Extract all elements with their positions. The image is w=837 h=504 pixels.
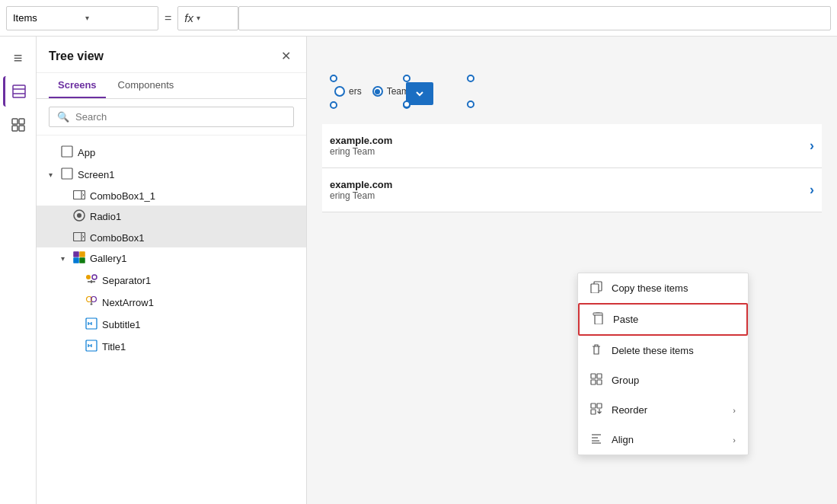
sidebar-icon-menu[interactable]: ≡: [3, 43, 34, 73]
context-menu-paste[interactable]: Paste: [578, 303, 748, 336]
svg-rect-37: [597, 404, 602, 408]
tree-item-screen1[interactable]: ▾ Screen1: [37, 164, 306, 186]
tree-item-separator1[interactable]: Separator1: [37, 270, 306, 292]
canvas-area: ers Teams: [307, 37, 837, 504]
top-bar: Items ▾ = fx ▾: [0, 0, 837, 37]
search-input[interactable]: [75, 111, 286, 123]
expand-icon-title1: [73, 343, 85, 351]
radio1-icon: [73, 209, 85, 224]
expand-icon-nextarrow1: [73, 298, 85, 307]
separator1-icon: [85, 273, 97, 288]
context-menu-copy[interactable]: Copy these items: [578, 273, 748, 303]
canvas-list-item-1: example.com ering Team ›: [322, 168, 822, 212]
context-menu-align-label: Align: [612, 434, 733, 445]
tree-search-area: 🔍: [37, 99, 306, 136]
items-dropdown[interactable]: Items ▾: [6, 6, 158, 30]
svg-rect-5: [12, 126, 18, 131]
svg-rect-8: [62, 168, 72, 179]
handle-tl: [330, 75, 337, 82]
reorder-icon: [590, 403, 604, 417]
svg-rect-17: [74, 258, 79, 263]
tree-item-nextarrow1-label: NextArrow1: [102, 297, 294, 308]
tree-item-radio1[interactable]: Radio1: [37, 206, 306, 228]
tree-item-separator1-label: Separator1: [102, 275, 294, 286]
context-menu-reorder[interactable]: Reorder ›: [578, 395, 748, 425]
context-menu-paste-label: Paste: [613, 314, 734, 325]
tree-item-nextarrow1[interactable]: NextArrow1: [37, 292, 306, 314]
canvas-list: example.com ering Team › example.com eri…: [322, 124, 822, 212]
tab-components[interactable]: Components: [109, 73, 184, 98]
tree-item-gallery1-label: Gallery1: [90, 253, 294, 264]
context-menu-copy-label: Copy these items: [612, 282, 736, 294]
handle-br: [403, 100, 411, 108]
paste-icon: [592, 312, 605, 327]
svg-rect-32: [591, 374, 596, 378]
context-menu-delete[interactable]: Delete these items: [578, 336, 748, 365]
tree-item-app[interactable]: App: [37, 142, 306, 164]
tree-tabs: Screens Components: [37, 73, 306, 99]
tree-item-combobox1[interactable]: ComboBox1: [37, 228, 306, 247]
tree-item-gallery1[interactable]: ▾ Gallery1: [37, 247, 306, 270]
fx-button[interactable]: fx ▾: [177, 6, 238, 30]
expand-icon-radio1: [61, 212, 73, 221]
align-arrow-icon: ›: [733, 435, 736, 445]
svg-rect-0: [13, 85, 25, 97]
sidebar-icon-layers[interactable]: [3, 76, 34, 107]
formula-bar[interactable]: [238, 6, 831, 30]
components-icon: [11, 117, 26, 132]
handle-ml: [330, 101, 337, 109]
expand-icon-gallery1: ▾: [61, 254, 73, 263]
expand-icon-combobox1: [61, 234, 73, 242]
copy-icon: [590, 281, 604, 295]
handle-tm: [467, 75, 474, 82]
svg-rect-29: [591, 284, 599, 293]
tree-close-button[interactable]: ✕: [278, 46, 294, 66]
tree-item-title1[interactable]: Title1: [37, 336, 306, 358]
context-menu-group[interactable]: Group: [578, 365, 748, 395]
svg-rect-36: [591, 404, 596, 408]
screen1-icon: [61, 167, 73, 182]
svg-rect-15: [74, 252, 79, 257]
radio-circle-teams-fill: [375, 89, 380, 94]
sidebar-icon-components[interactable]: [3, 110, 34, 140]
tree-item-combobox1-1[interactable]: ComboBox1_1: [37, 186, 306, 206]
items-dropdown-chevron: ▾: [85, 14, 152, 22]
canvas-list-item-1-sub: ering Team: [330, 190, 392, 201]
expand-icon-separator1: [73, 276, 85, 285]
canvas-list-item-0: example.com ering Team ›: [322, 124, 822, 168]
svg-rect-3: [12, 119, 18, 124]
expand-icon-subtitle1: [73, 321, 85, 329]
tree-content: App ▾ Screen1: [37, 136, 306, 504]
handle-tr: [403, 75, 411, 82]
canvas-list-item-1-chevron: ›: [810, 182, 814, 198]
app-icon: [61, 145, 73, 160]
context-menu-delete-label: Delete these items: [612, 345, 736, 356]
combobox1-1-icon: [73, 190, 85, 202]
tree-item-app-label: App: [78, 147, 294, 158]
tree-item-combobox1-1-label: ComboBox1_1: [90, 190, 294, 202]
canvas-content: ers Teams: [307, 37, 837, 504]
title1-icon: [85, 340, 97, 354]
canvas-list-item-0-sub: ering Team: [330, 146, 392, 157]
canvas-combobox-indicator: [406, 82, 433, 105]
search-box[interactable]: 🔍: [49, 107, 294, 127]
tree-panel: Tree view ✕ Screens Components 🔍: [37, 37, 307, 504]
handle-bm: [467, 100, 474, 108]
align-icon: [590, 432, 604, 447]
svg-rect-35: [597, 380, 602, 384]
svg-rect-18: [80, 258, 85, 263]
subtitle1-icon: [85, 317, 97, 332]
gallery1-icon: [73, 251, 85, 266]
fx-label: fx: [184, 11, 193, 24]
fx-chevron: ▾: [196, 14, 200, 22]
tree-item-subtitle1[interactable]: Subtitle1: [37, 314, 306, 336]
layers-icon: [11, 84, 27, 99]
radio-label-ers: ers: [349, 86, 362, 97]
context-menu-align[interactable]: Align ›: [578, 425, 748, 455]
svg-rect-38: [591, 410, 596, 414]
tab-screens[interactable]: Screens: [49, 73, 106, 98]
svg-point-12: [77, 213, 81, 218]
canvas-radio-group: ers Teams: [322, 78, 426, 104]
svg-rect-9: [74, 191, 85, 199]
combobox-chevron-icon: [414, 88, 425, 99]
